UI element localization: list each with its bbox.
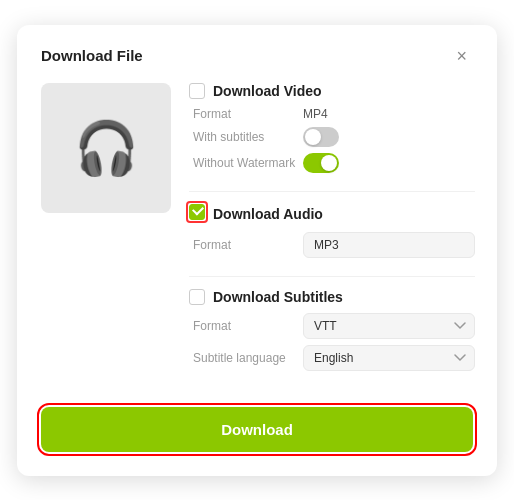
audio-section-header: Download Audio (189, 204, 475, 224)
download-dialog: Download File × 🎧 Download Video Format … (17, 25, 497, 476)
audio-format-input[interactable] (303, 232, 475, 258)
close-button[interactable]: × (450, 45, 473, 67)
subtitles-format-row: Format VTT SRT (189, 313, 475, 339)
video-format-value: MP4 (303, 107, 475, 121)
dialog-header: Download File × (41, 45, 473, 67)
audio-section: Download Audio Format (189, 204, 475, 277)
audio-format-row: Format (189, 232, 475, 258)
subtitles-language-label: Subtitle language (193, 351, 303, 365)
watermark-toggle[interactable] (303, 153, 339, 173)
subtitles-language-row: Subtitle language English Spanish French… (189, 345, 475, 371)
video-format-label: Format (193, 107, 303, 121)
subtitles-format-select[interactable]: VTT SRT (303, 313, 475, 339)
subtitles-section-header: Download Subtitles (189, 289, 475, 305)
video-section-label: Download Video (213, 83, 322, 99)
video-section-header: Download Video (189, 83, 475, 99)
subtitles-section-label: Download Subtitles (213, 289, 343, 305)
subtitles-format-label: Format (193, 319, 303, 333)
audio-checkbox[interactable] (189, 204, 205, 220)
video-watermark-row: Without Watermark (189, 153, 475, 173)
video-checkbox[interactable] (189, 83, 205, 99)
audio-section-label: Download Audio (213, 206, 323, 222)
subtitles-checkbox[interactable] (189, 289, 205, 305)
video-subtitles-row: With subtitles (189, 127, 475, 147)
headphones-icon: 🎧 (74, 122, 139, 174)
audio-format-label: Format (193, 238, 303, 252)
video-subtitles-label: With subtitles (193, 130, 303, 144)
thumbnail: 🎧 (41, 83, 171, 213)
video-watermark-label: Without Watermark (193, 156, 303, 170)
download-button[interactable]: Download (41, 407, 473, 452)
video-section: Download Video Format MP4 With subtitles… (189, 83, 475, 192)
dialog-title: Download File (41, 47, 143, 64)
audio-checkbox-wrapper (189, 204, 205, 224)
subtitles-toggle[interactable] (303, 127, 339, 147)
subtitles-section: Download Subtitles Format VTT SRT Subtit… (189, 289, 475, 389)
options-area: Download Video Format MP4 With subtitles… (189, 83, 475, 391)
subtitles-language-select[interactable]: English Spanish French German (303, 345, 475, 371)
content-area: 🎧 Download Video Format MP4 With subtitl… (41, 83, 473, 391)
video-format-row: Format MP4 (189, 107, 475, 121)
